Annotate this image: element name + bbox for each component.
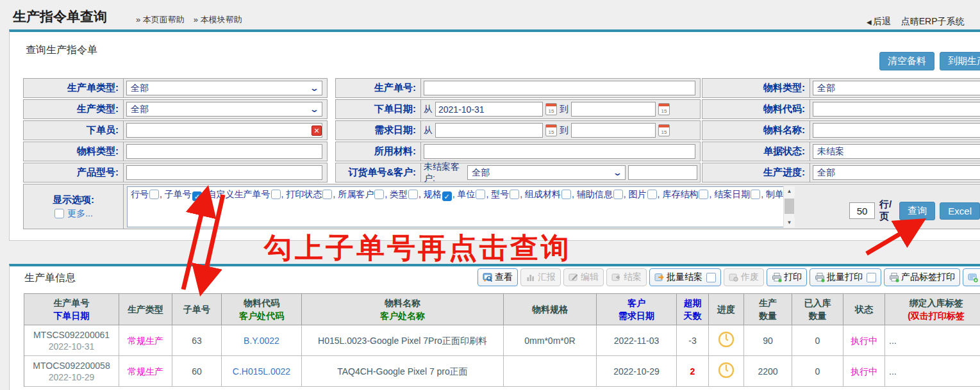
display-option-label: 单位 bbox=[457, 189, 475, 199]
calendar-icon[interactable]: 15 bbox=[658, 103, 670, 115]
mat-code-input[interactable] bbox=[813, 102, 980, 117]
back-arrow-icon: ◀ bbox=[867, 19, 872, 26]
display-option-checkbox[interactable] bbox=[271, 190, 281, 199]
product-model-input[interactable] bbox=[126, 165, 322, 180]
cell-mat-code[interactable]: C.H015L.0022 bbox=[233, 366, 290, 377]
toolbar-button-5[interactable]: 批量结案 bbox=[649, 268, 721, 286]
calendar-icon[interactable]: 15 bbox=[658, 124, 670, 136]
toolbar-button-partial[interactable] bbox=[963, 268, 980, 286]
toolbar-checkbox[interactable] bbox=[706, 273, 716, 282]
display-option-checkbox[interactable] bbox=[322, 190, 332, 199]
clear-stock-button[interactable]: 清空备料 bbox=[879, 52, 934, 70]
page-help-link[interactable]: » 本页面帮助 bbox=[136, 14, 185, 26]
display-option: 库存结构, bbox=[662, 189, 714, 199]
display-option-label: 子单号 bbox=[165, 189, 192, 199]
chevron-down-icon: ⌄ bbox=[310, 104, 319, 114]
rows-per-page-input[interactable] bbox=[849, 202, 875, 219]
display-option-checkbox[interactable] bbox=[561, 190, 571, 199]
toolbar-button-label: 编辑 bbox=[581, 272, 599, 283]
display-option-checkbox[interactable] bbox=[751, 190, 760, 199]
more-options-checkbox[interactable] bbox=[54, 209, 64, 218]
more-options-label: 更多... bbox=[67, 208, 93, 220]
erp-system-link[interactable]: 点晴ERP子系统 bbox=[901, 16, 965, 28]
mat-type-select[interactable]: 全部 bbox=[813, 81, 980, 95]
query-form: 生产单类型: 全部⌄ 生产单号: 物料类型: 全部 生产类型: 全部⌄ 下单日期… bbox=[23, 78, 980, 231]
toolbar-button-4[interactable]: 结案 bbox=[606, 268, 647, 286]
separator: , bbox=[709, 189, 714, 199]
toolbar-button-9[interactable]: 产品标签打印 bbox=[884, 268, 960, 286]
display-option-label: 打印状态 bbox=[286, 189, 322, 199]
header-line2: 数量 bbox=[759, 309, 777, 322]
module-help-link[interactable]: » 本模块帮助 bbox=[194, 14, 242, 26]
scroll-up-icon[interactable]: ▲ bbox=[784, 186, 795, 196]
calendar-icon[interactable]: 15 bbox=[545, 124, 557, 136]
scroll-down-icon[interactable]: ▼ bbox=[784, 218, 795, 227]
cell-order-no: MTOCS092200058 bbox=[33, 360, 110, 371]
toolbar-button-label: 查看 bbox=[495, 272, 513, 283]
header-line1: 生产单号 bbox=[54, 297, 90, 309]
display-option-label: 型号 bbox=[491, 189, 509, 199]
header-line2: 天数 bbox=[684, 309, 702, 322]
search-button[interactable]: 查询 bbox=[899, 202, 935, 220]
order-date-to-input[interactable] bbox=[571, 102, 656, 117]
display-option-checkbox[interactable]: ✓ bbox=[192, 191, 202, 201]
chevron-down-icon: ⌄ bbox=[310, 83, 319, 93]
need-date-from-input[interactable] bbox=[435, 123, 543, 138]
progress-select[interactable]: 全部 bbox=[813, 165, 980, 180]
display-option-checkbox[interactable] bbox=[510, 190, 519, 199]
toolbar-button-7[interactable]: 打印 bbox=[767, 268, 807, 286]
toolbar-button-8[interactable]: 批量打印 bbox=[810, 268, 881, 286]
toolbar-checkbox[interactable] bbox=[867, 273, 876, 282]
column-header: 物料名称客户处名称 bbox=[302, 293, 504, 325]
doc-status-select[interactable]: 未结案 bbox=[813, 144, 980, 159]
prod-type-select[interactable]: 全部⌄ bbox=[126, 102, 322, 117]
sales-order-input[interactable] bbox=[628, 165, 697, 180]
cell-bind-label: ... bbox=[889, 366, 897, 377]
display-option-checkbox[interactable] bbox=[476, 190, 485, 199]
cell-in-qty: 0 bbox=[815, 335, 820, 346]
batch-close-icon bbox=[654, 272, 665, 282]
display-option-checkbox[interactable] bbox=[408, 190, 418, 199]
toolbar-button-6[interactable]: 作废 bbox=[724, 268, 764, 286]
calendar-icon[interactable]: 15 bbox=[545, 103, 557, 115]
column-header: 生产单号下单日期 bbox=[24, 293, 119, 325]
clear-field-icon[interactable]: ✕ bbox=[311, 126, 322, 136]
open-customer-select[interactable]: 全部⌄ bbox=[467, 165, 626, 180]
order-type-select[interactable]: 全部⌄ bbox=[126, 81, 322, 95]
cell-qty: 2200 bbox=[758, 366, 777, 377]
display-option-checkbox[interactable] bbox=[699, 190, 708, 199]
edit-icon bbox=[569, 272, 579, 282]
due-production-button[interactable]: 到期生产 bbox=[940, 52, 980, 70]
options-scrollbar[interactable]: ▲ ▼ bbox=[783, 186, 794, 227]
toolbar-button-label: 批量结案 bbox=[667, 272, 702, 283]
toolbar-button-3[interactable]: 编辑 bbox=[563, 268, 604, 286]
open-customer-label: 未结案客户: bbox=[424, 161, 465, 184]
table-row[interactable]: MTSCS0922000612022-10-31常规生产63B.Y.0022H0… bbox=[24, 325, 980, 356]
display-option-checkbox[interactable] bbox=[374, 190, 384, 199]
mat-type-left-input[interactable] bbox=[126, 144, 322, 159]
display-option-checkbox[interactable]: ✓ bbox=[442, 191, 452, 201]
display-option-checkbox[interactable] bbox=[647, 190, 657, 199]
excel-button[interactable]: Excel bbox=[940, 202, 980, 220]
cell-mat-code[interactable]: B.Y.0022 bbox=[244, 335, 279, 346]
need-date-label: 需求日期: bbox=[336, 121, 421, 140]
separator: , bbox=[419, 189, 424, 199]
toolbar-button-1[interactable]: 查看 bbox=[478, 268, 518, 286]
order-no-input[interactable] bbox=[424, 81, 695, 95]
separator: , bbox=[624, 189, 629, 199]
order-date-from-input[interactable] bbox=[435, 102, 543, 117]
need-date-to-input[interactable] bbox=[571, 123, 656, 138]
order-type-label: 生产单类型: bbox=[24, 79, 124, 97]
header-line2: (双击打印标签 bbox=[908, 309, 965, 322]
scrollbar-thumb[interactable] bbox=[785, 199, 794, 214]
display-option-checkbox[interactable] bbox=[149, 190, 159, 199]
toolbar-button-label: 结案 bbox=[624, 272, 642, 283]
toolbar-button-2[interactable]: 汇报 bbox=[520, 268, 561, 286]
orderer-input[interactable] bbox=[126, 123, 322, 138]
table-row[interactable]: MTOCS0922000582022-10-29常规生产60C.H015L.00… bbox=[24, 356, 980, 387]
material-input[interactable] bbox=[424, 144, 695, 159]
back-link[interactable]: ◀后退 bbox=[867, 16, 891, 28]
mat-name-input[interactable] bbox=[813, 123, 980, 138]
display-option-checkbox[interactable] bbox=[613, 190, 623, 199]
display-option: 单位, bbox=[457, 189, 491, 199]
